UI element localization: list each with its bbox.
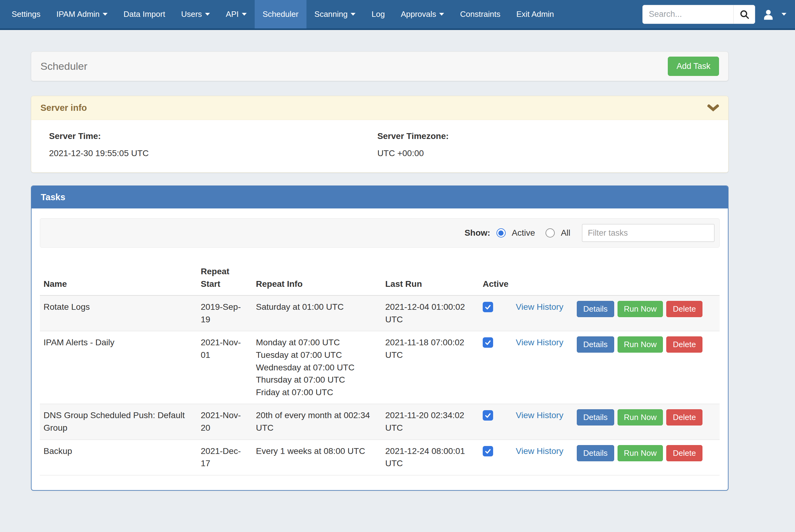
nav-item-label: Data Import (124, 10, 165, 19)
delete-button[interactable]: Delete (666, 409, 702, 425)
delete-button[interactable]: Delete (666, 445, 702, 461)
run-now-button[interactable]: Run Now (617, 445, 663, 461)
radio-active-label[interactable]: Active (512, 228, 535, 238)
task-active-checkbox[interactable] (483, 446, 493, 456)
task-repeat-info: Every 1 weeks at 08:00 UTC (252, 440, 382, 475)
filter-tasks-input[interactable] (582, 224, 715, 242)
collapse-chevron-icon[interactable] (707, 104, 719, 112)
run-now-button[interactable]: Run Now (617, 337, 663, 353)
search-input[interactable] (643, 5, 734, 23)
nav-item-settings[interactable]: Settings (4, 0, 49, 28)
chevron-down-icon (439, 13, 444, 16)
task-active-cell (479, 331, 512, 404)
task-active-cell (479, 404, 512, 440)
task-repeat-info: Saturday at 01:00 UTC (252, 296, 382, 331)
task-row: DNS Group Scheduled Push: Default Group … (40, 404, 720, 440)
server-info-title: Server info (40, 103, 87, 113)
task-last-run: 2021-11-18 07:00:02 UTC (382, 331, 479, 404)
task-name: Backup (40, 440, 197, 475)
nav-item-users[interactable]: Users (173, 0, 218, 28)
task-name: Rotate Logs (40, 296, 197, 331)
server-time-block: Server Time: 2021-12-30 19:55:05 UTC (49, 131, 377, 158)
radio-all[interactable] (545, 228, 555, 238)
nav-item-scheduler[interactable]: Scheduler (255, 0, 306, 28)
chevron-down-icon (205, 13, 210, 16)
details-button[interactable]: Details (577, 445, 614, 461)
task-repeat-info: 20th of every month at 002:34 UTC (252, 404, 382, 440)
server-info-header[interactable]: Server info (31, 96, 728, 120)
details-button[interactable]: Details (577, 409, 614, 425)
task-last-run: 2021-11-20 02:34:02 UTC (382, 404, 479, 440)
run-now-button[interactable]: Run Now (617, 301, 663, 317)
view-history-link[interactable]: View History (516, 302, 563, 311)
radio-active[interactable] (496, 228, 506, 238)
tasks-panel-title: Tasks (32, 186, 728, 208)
nav-item-label: IPAM Admin (56, 10, 100, 19)
nav-item-label: Scanning (314, 10, 347, 19)
nav-item-label: API (226, 10, 239, 19)
task-active-checkbox[interactable] (483, 410, 493, 421)
nav-item-exit-admin[interactable]: Exit Admin (508, 0, 562, 28)
nav-item-label: Users (181, 10, 202, 19)
col-header-active: Active (479, 262, 512, 296)
server-time-label: Server Time: (49, 131, 377, 141)
page-header-panel: Scheduler Add Task (31, 52, 728, 81)
view-history-link[interactable]: View History (516, 446, 563, 456)
nav-item-api[interactable]: API (218, 0, 255, 28)
user-caret-icon (781, 13, 787, 16)
nav-item-approvals[interactable]: Approvals (393, 0, 452, 28)
nav-item-ipam-admin[interactable]: IPAM Admin (49, 0, 115, 28)
task-active-checkbox[interactable] (483, 302, 493, 312)
server-info-panel: Server info Server Time: 2021-12-30 19:5… (31, 96, 728, 173)
search-group (643, 5, 755, 24)
tasks-toolbar: Show: Active All (40, 218, 720, 248)
task-last-run: 2021-12-04 01:00:02 UTC (382, 296, 479, 331)
details-button[interactable]: Details (577, 301, 614, 317)
navbar-right (643, 0, 795, 28)
tasks-panel-body: Show: Active All Name Repeat Sta (32, 208, 728, 488)
task-repeat-start: 2021-Nov-20 (197, 404, 252, 440)
task-row: Backup 2021-Dec-17 Every 1 weeks at 08:0… (40, 440, 720, 475)
delete-button[interactable]: Delete (666, 337, 702, 353)
top-navbar: Settings IPAM Admin Data Import Users AP… (0, 0, 795, 30)
task-last-run: 2021-12-24 08:00:01 UTC (382, 440, 479, 475)
col-header-actions (573, 262, 720, 296)
nav-item-constraints[interactable]: Constraints (452, 0, 508, 28)
nav-item-log[interactable]: Log (363, 0, 393, 28)
add-task-button[interactable]: Add Task (668, 57, 719, 76)
nav-item-label: Settings (12, 10, 40, 19)
radio-all-label[interactable]: All (561, 228, 570, 238)
task-actions-cell: Details Run Now Delete (573, 440, 720, 475)
task-history-cell: View History (512, 404, 573, 440)
server-timezone-value: UTC +00:00 (377, 149, 705, 158)
task-active-cell (479, 440, 512, 475)
nav-item-label: Log (372, 10, 385, 19)
task-name: IPAM Alerts - Daily (40, 331, 197, 404)
delete-button[interactable]: Delete (666, 301, 702, 317)
details-button[interactable]: Details (577, 337, 614, 353)
user-menu[interactable] (762, 8, 787, 21)
nav-item-label: Approvals (401, 10, 436, 19)
task-history-cell: View History (512, 331, 573, 404)
view-history-link[interactable]: View History (516, 411, 563, 420)
nav-item-scanning[interactable]: Scanning (306, 0, 363, 28)
task-row: Rotate Logs 2019-Sep-19 Saturday at 01:0… (40, 296, 720, 331)
task-history-cell: View History (512, 440, 573, 475)
task-active-checkbox[interactable] (483, 337, 493, 348)
server-timezone-block: Server Timezone: UTC +00:00 (377, 131, 705, 158)
nav-item-data-import[interactable]: Data Import (115, 0, 173, 28)
col-header-repeat-info: Repeat Info (252, 262, 382, 296)
view-history-link[interactable]: View History (516, 338, 563, 347)
task-history-cell: View History (512, 296, 573, 331)
search-button[interactable] (734, 5, 755, 23)
server-time-value: 2021-12-30 19:55:05 UTC (49, 149, 377, 158)
page-title: Scheduler (40, 60, 87, 72)
chevron-down-icon (242, 13, 247, 16)
col-header-history (512, 262, 573, 296)
task-repeat-info: Monday at 07:00 UTCTuesday at 07:00 UTCW… (252, 331, 382, 404)
run-now-button[interactable]: Run Now (617, 409, 663, 425)
nav-item-label: Scheduler (263, 10, 299, 19)
tasks-table-header-row: Name Repeat Start Repeat Info Last Run A… (40, 262, 720, 296)
tasks-panel: Tasks Show: Active All (31, 186, 728, 491)
task-repeat-start: 2019-Sep-19 (197, 296, 252, 331)
